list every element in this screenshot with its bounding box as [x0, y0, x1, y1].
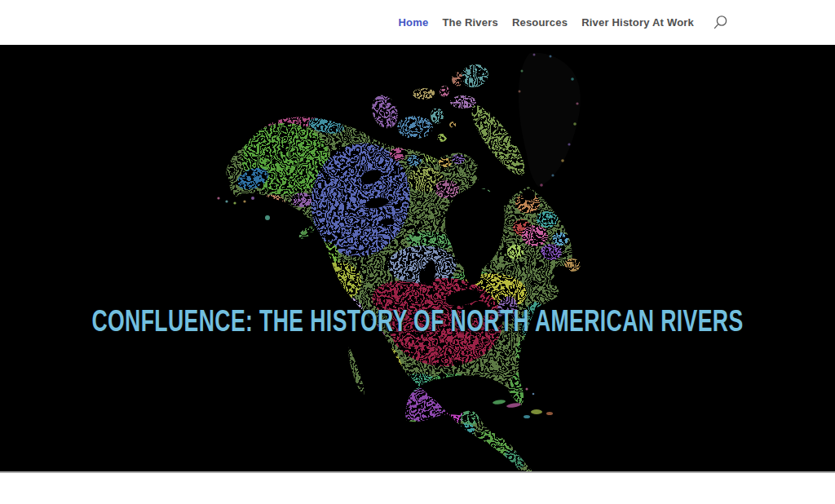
river-basins-map: [204, 46, 628, 471]
nav-item-the-rivers[interactable]: The Rivers: [442, 16, 497, 29]
page: Home The Rivers Resources River History …: [0, 0, 835, 504]
greenland: [519, 53, 581, 187]
hero-title: CONFLUENCE: THE HISTORY OF NORTH AMERICA…: [91, 304, 743, 338]
nav-item-home[interactable]: Home: [398, 16, 428, 29]
search-button[interactable]: [711, 14, 729, 32]
hero-section: CONFLUENCE: THE HISTORY OF NORTH AMERICA…: [0, 45, 835, 473]
nav-item-resources[interactable]: Resources: [512, 16, 568, 29]
site-header: Home The Rivers Resources River History …: [0, 0, 835, 45]
nav-item-river-history-at-work[interactable]: River History At Work: [581, 16, 694, 29]
search-icon: [713, 15, 728, 30]
main-nav: Home The Rivers Resources River History …: [398, 0, 729, 45]
footer-strip: [0, 473, 835, 504]
